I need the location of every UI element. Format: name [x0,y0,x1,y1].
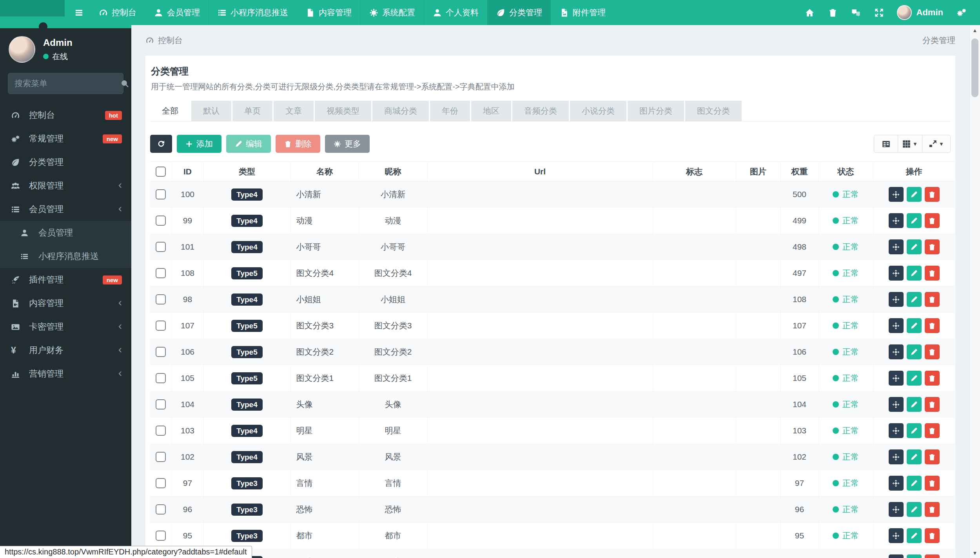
column-header-6[interactable]: 图片 [736,162,780,181]
delete-row-button[interactable] [925,423,940,438]
move-button[interactable] [889,449,904,464]
delete-row-button[interactable] [925,344,940,359]
sidebar-item-auth-manage[interactable]: 权限管理‹ [0,174,131,197]
edit-row-button[interactable] [907,502,922,517]
edit-row-button[interactable] [907,239,922,254]
move-button[interactable] [889,318,904,333]
row-checkbox[interactable] [156,452,166,462]
navbar-item-console[interactable]: 控制台 [90,0,145,25]
sidebar-item-cardkey-manage[interactable]: 卡密管理‹ [0,315,131,339]
edit-row-button[interactable] [907,187,922,202]
fullscreen-button[interactable] [867,0,891,25]
move-button[interactable] [889,423,904,438]
navbar-item-menu-toggle[interactable] [68,0,90,25]
move-button[interactable] [889,397,904,412]
delete-row-button[interactable] [925,502,940,517]
column-header-5[interactable]: 标志 [653,162,736,181]
search-icon[interactable] [121,80,129,88]
navbar-item-system-config[interactable]: 系统配置 [360,0,424,25]
move-button[interactable] [889,344,904,359]
delete-row-button[interactable] [925,239,940,254]
move-button[interactable] [889,187,904,202]
navbar-item-miniapp-push[interactable]: 小程序消息推送 [209,0,297,25]
row-checkbox[interactable] [156,347,166,357]
tab-all[interactable]: 全部 [150,101,190,121]
delete-row-button[interactable] [925,449,940,464]
row-checkbox[interactable] [156,321,166,331]
tab-audio[interactable]: 音频分类 [512,101,569,121]
delete-row-button[interactable] [925,528,940,543]
column-header-9[interactable]: 操作 [873,162,955,181]
edit-row-button[interactable] [907,318,922,333]
delete-row-button[interactable] [925,554,940,558]
navbar-item-content-manage[interactable]: 内容管理 [297,0,360,25]
delete-button[interactable]: 删除 [276,135,320,153]
tab-video-type[interactable]: 视频类型 [315,101,371,121]
sidebar-item-member-manage[interactable]: 会员管理‹ [0,197,131,221]
edit-button[interactable]: 编辑 [226,135,271,153]
scroll-thumb[interactable] [971,38,978,97]
clear-cache-button[interactable] [821,0,844,25]
tab-mall[interactable]: 商城分类 [372,101,429,121]
column-header-0[interactable]: ID [172,162,203,181]
view-table-button[interactable] [874,135,898,153]
row-checkbox[interactable] [156,373,166,383]
add-button[interactable]: 添加 [177,135,221,153]
sidebar-item-content-manage[interactable]: 内容管理‹ [0,292,131,315]
menu-search-input[interactable] [15,79,121,88]
move-button[interactable] [889,239,904,254]
tab-article[interactable]: 文章 [274,101,314,121]
delete-row-button[interactable] [925,292,940,307]
sidebar-item-marketing-manage[interactable]: 营销管理‹ [0,362,131,386]
navbar-item-category-manage[interactable]: 分类管理 [487,0,551,25]
move-button[interactable] [889,213,904,228]
edit-row-button[interactable] [907,449,922,464]
column-header-2[interactable]: 名称 [290,162,359,181]
sidebar-item-user-finance[interactable]: ¥用户财务‹ [0,339,131,362]
navbar-item-profile[interactable]: 个人资料 [424,0,487,25]
refresh-button[interactable] [150,135,172,153]
tab-page[interactable]: 单页 [232,101,272,121]
move-button[interactable] [889,266,904,281]
row-checkbox[interactable] [156,478,166,488]
tab-novel[interactable]: 小说分类 [570,101,626,121]
sidebar-item-category-manage[interactable]: 分类管理 [0,150,131,174]
select-all-checkbox[interactable] [156,167,166,177]
move-button[interactable] [889,554,904,558]
column-header-8[interactable]: 状态 [818,162,873,181]
scroll-up-button[interactable]: ▲ [970,25,980,35]
navbar-user-menu[interactable]: Admin [891,0,949,25]
row-checkbox[interactable] [156,189,166,199]
move-button[interactable] [889,371,904,386]
move-button[interactable] [889,476,904,491]
tab-imagetext[interactable]: 图文分类 [685,101,742,121]
delete-row-button[interactable] [925,266,940,281]
column-header-7[interactable]: 权重 [780,162,818,181]
tab-region[interactable]: 地区 [471,101,511,121]
column-header-4[interactable]: Url [427,162,653,181]
delete-row-button[interactable] [925,187,940,202]
delete-row-button[interactable] [925,371,940,386]
row-checkbox[interactable] [156,216,166,226]
delete-row-button[interactable] [925,476,940,491]
edit-row-button[interactable] [907,397,922,412]
delete-row-button[interactable] [925,213,940,228]
edit-row-button[interactable] [907,371,922,386]
edit-row-button[interactable] [907,292,922,307]
edit-row-button[interactable] [907,528,922,543]
row-checkbox[interactable] [156,268,166,278]
tab-year[interactable]: 年份 [430,101,470,121]
row-checkbox[interactable] [156,399,166,409]
scroll-down-button[interactable]: ▼ [970,548,980,558]
edit-row-button[interactable] [907,266,922,281]
navbar-item-member-manage[interactable]: 会员管理 [145,0,209,25]
edit-row-button[interactable] [907,554,922,558]
navbar-item-attachment-manage[interactable]: 附件管理 [551,0,614,25]
row-checkbox[interactable] [156,531,166,541]
row-checkbox[interactable] [156,294,166,304]
move-button[interactable] [889,292,904,307]
row-checkbox[interactable] [156,504,166,515]
edit-row-button[interactable] [907,476,922,491]
move-button[interactable] [889,502,904,517]
edit-row-button[interactable] [907,213,922,228]
